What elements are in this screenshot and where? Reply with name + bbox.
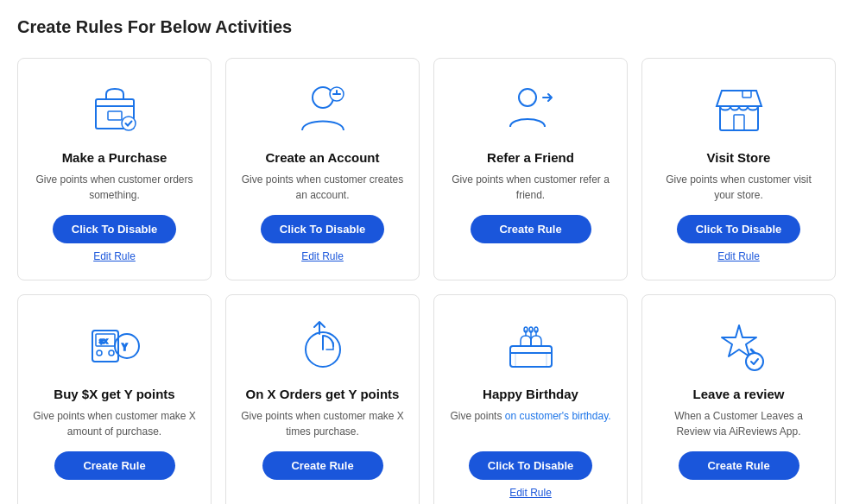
edit-rule-link-make-a-purchase[interactable]: Edit Rule bbox=[93, 250, 136, 262]
card-desc-create-an-account: Give points when customer creates an acc… bbox=[240, 172, 405, 203]
card-title-buy-x-get-y: Buy $X get Y points bbox=[54, 387, 174, 401]
card-desc-visit-store: Give points when customer visit your sto… bbox=[656, 172, 821, 203]
card-title-visit-store: Visit Store bbox=[707, 150, 771, 165]
edit-rule-link-create-an-account[interactable]: Edit Rule bbox=[301, 250, 344, 262]
card-desc-happy-birthday: Give points on customer's birthday. bbox=[450, 408, 610, 439]
card-title-refer-a-friend: Refer a Friend bbox=[487, 150, 574, 165]
svg-rect-18 bbox=[515, 353, 547, 367]
disable-button-visit-store[interactable]: Click To Disable bbox=[677, 215, 800, 243]
card-title-create-an-account: Create an Account bbox=[266, 150, 380, 165]
card-refer-a-friend: Refer a FriendGive points when customer … bbox=[433, 58, 628, 280]
svg-rect-1 bbox=[108, 111, 122, 120]
svg-point-12 bbox=[109, 350, 114, 356]
purchase-icon bbox=[85, 79, 145, 140]
disable-button-make-a-purchase[interactable]: Click To Disable bbox=[53, 215, 176, 243]
svg-rect-7 bbox=[734, 115, 744, 130]
account-icon bbox=[293, 79, 353, 140]
svg-text:Y: Y bbox=[122, 343, 128, 352]
card-title-leave-a-review: Leave a review bbox=[693, 387, 785, 401]
xy-purchase-icon: $X Y bbox=[85, 316, 145, 376]
svg-point-26 bbox=[746, 353, 763, 370]
card-desc-leave-a-review: When a Customer Leaves a Review via AiRe… bbox=[656, 408, 821, 439]
svg-text:$X: $X bbox=[99, 337, 108, 345]
disable-button-create-an-account[interactable]: Click To Disable bbox=[261, 215, 384, 243]
store-icon bbox=[709, 79, 769, 140]
disable-button-happy-birthday[interactable]: Click To Disable bbox=[469, 451, 592, 480]
card-buy-x-get-y: $X Y Buy $X get Y pointsGive points when… bbox=[17, 294, 212, 504]
card-create-an-account: Create an AccountGive points when custom… bbox=[225, 58, 420, 280]
svg-rect-8 bbox=[742, 91, 751, 98]
card-desc-refer-a-friend: Give points when customer refer a friend… bbox=[448, 172, 613, 203]
edit-rule-link-happy-birthday[interactable]: Edit Rule bbox=[509, 487, 552, 499]
card-title-make-a-purchase: Make a Purchase bbox=[62, 150, 167, 165]
card-desc-make-a-purchase: Give points when customer orders somethi… bbox=[32, 172, 197, 203]
create-button-refer-a-friend[interactable]: Create Rule bbox=[471, 215, 591, 243]
card-title-happy-birthday: Happy Birthday bbox=[483, 387, 578, 401]
card-visit-store: Visit StoreGive points when customer vis… bbox=[641, 58, 836, 280]
refer-icon bbox=[501, 79, 561, 140]
svg-point-11 bbox=[97, 350, 102, 356]
edit-rule-link-visit-store[interactable]: Edit Rule bbox=[717, 250, 760, 262]
page-title: Create Rules For Below Activities bbox=[17, 17, 836, 37]
cards-grid: Make a PurchaseGive points when customer… bbox=[17, 58, 836, 504]
svg-rect-17 bbox=[510, 346, 552, 367]
card-on-x-orders: On X Orders get Y pointsGive points when… bbox=[225, 294, 420, 504]
create-button-buy-x-get-y[interactable]: Create Rule bbox=[54, 451, 175, 480]
card-desc-on-x-orders: Give points when customer make X times p… bbox=[240, 408, 405, 439]
create-button-leave-a-review[interactable]: Create Rule bbox=[679, 451, 799, 480]
card-title-on-x-orders: On X Orders get Y points bbox=[246, 387, 400, 401]
card-happy-birthday: Happy BirthdayGive points on customer's … bbox=[433, 294, 628, 504]
orders-icon bbox=[293, 316, 353, 376]
card-make-a-purchase: Make a PurchaseGive points when customer… bbox=[17, 58, 212, 280]
review-icon bbox=[709, 316, 769, 376]
svg-point-5 bbox=[519, 89, 536, 106]
birthday-icon bbox=[501, 316, 561, 376]
create-button-on-x-orders[interactable]: Create Rule bbox=[262, 451, 383, 480]
card-desc-buy-x-get-y: Give points when customer make X amount … bbox=[32, 408, 197, 439]
card-leave-a-review: Leave a reviewWhen a Customer Leaves a R… bbox=[641, 294, 836, 504]
